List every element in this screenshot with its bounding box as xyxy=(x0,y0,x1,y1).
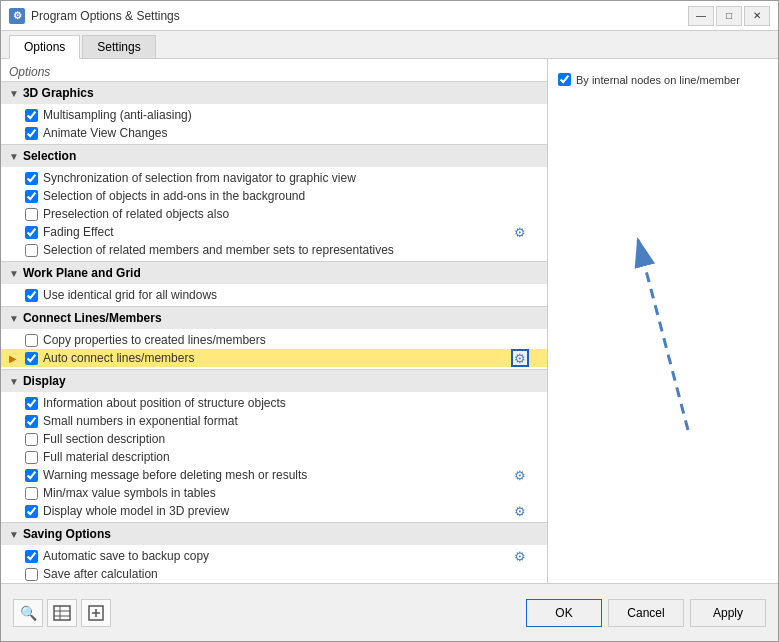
maximize-button[interactable]: □ xyxy=(716,6,742,26)
option-preselection: Preselection of related objects also xyxy=(1,205,547,223)
checkbox-small-numbers[interactable] xyxy=(25,415,38,428)
checkbox-selection-addons[interactable] xyxy=(25,190,38,203)
section-selection-title: Selection xyxy=(23,149,76,163)
checkbox-selection-members[interactable] xyxy=(25,244,38,257)
dashed-arrow-svg xyxy=(603,210,723,450)
label-animate-view: Animate View Changes xyxy=(43,126,168,140)
section-saving-arrow: ▼ xyxy=(9,529,19,540)
section-saving-title: Saving Options xyxy=(23,527,111,541)
checkbox-full-material[interactable] xyxy=(25,451,38,464)
section-saving[interactable]: ▼ Saving Options xyxy=(1,522,547,545)
option-warning-message: Warning message before deleting mesh or … xyxy=(1,466,547,484)
section-work-plane-items: Use identical grid for all windows xyxy=(1,284,547,306)
app-icon: ⚙ xyxy=(9,8,25,24)
option-save-after: Save after calculation xyxy=(1,565,547,583)
label-selection-addons: Selection of objects in add-ons in the b… xyxy=(43,189,305,203)
option-selection-addons: Selection of objects in add-ons in the b… xyxy=(1,187,547,205)
checkbox-sync-selection[interactable] xyxy=(25,172,38,185)
section-display-items: Information about position of structure … xyxy=(1,392,547,522)
svg-rect-1 xyxy=(54,606,70,620)
label-warning-message: Warning message before deleting mesh or … xyxy=(43,468,307,482)
option-small-numbers: Small numbers in exponential format xyxy=(1,412,547,430)
label-multisampling: Multisampling (anti-aliasing) xyxy=(43,108,192,122)
right-panel: By internal nodes on line/member xyxy=(548,59,778,583)
bottom-left-icons: 🔍 xyxy=(13,599,520,627)
apply-button[interactable]: Apply xyxy=(690,599,766,627)
option-multisampling: Multisampling (anti-aliasing) xyxy=(1,106,547,124)
cancel-button[interactable]: Cancel xyxy=(608,599,684,627)
export-icon xyxy=(87,605,105,621)
section-display[interactable]: ▼ Display xyxy=(1,369,547,392)
option-full-section: Full section description xyxy=(1,430,547,448)
label-auto-connect: Auto connect lines/members xyxy=(43,351,194,365)
label-fading-effect: Fading Effect xyxy=(43,225,114,239)
checkbox-display-whole-model[interactable] xyxy=(25,505,38,518)
section-selection-items: Synchronization of selection from naviga… xyxy=(1,167,547,261)
checkbox-preselection[interactable] xyxy=(25,208,38,221)
checkbox-fading-effect[interactable] xyxy=(25,226,38,239)
checkbox-minmax-symbols[interactable] xyxy=(25,487,38,500)
gear-auto-connect[interactable]: ⚙ xyxy=(511,349,529,367)
content-area: Options ▼ 3D Graphics Multisampling (ant… xyxy=(1,59,778,583)
ok-button[interactable]: OK xyxy=(526,599,602,627)
tab-bar: Options Settings xyxy=(1,31,778,59)
label-identical-grid: Use identical grid for all windows xyxy=(43,288,217,302)
tab-options[interactable]: Options xyxy=(9,35,80,59)
label-preselection: Preselection of related objects also xyxy=(43,207,229,221)
gear-fading-effect[interactable]: ⚙ xyxy=(511,223,529,241)
option-sync-selection: Synchronization of selection from naviga… xyxy=(1,169,547,187)
option-identical-grid: Use identical grid for all windows xyxy=(1,286,547,304)
arrow-line xyxy=(638,240,688,430)
option-animate-view: Animate View Changes xyxy=(1,124,547,142)
search-icon-button[interactable]: 🔍 xyxy=(13,599,43,627)
checkbox-auto-save[interactable] xyxy=(25,550,38,563)
option-minmax-symbols: Min/max value symbols in tables xyxy=(1,484,547,502)
window-title: Program Options & Settings xyxy=(31,9,688,23)
right-panel-top: By internal nodes on line/member xyxy=(558,73,740,86)
section-3d-graphics[interactable]: ▼ 3D Graphics xyxy=(1,81,547,104)
label-copy-properties: Copy properties to created lines/members xyxy=(43,333,266,347)
gear-display-whole-model[interactable]: ⚙ xyxy=(511,502,529,520)
option-selection-members: Selection of related members and member … xyxy=(1,241,547,259)
checkbox-warning-message[interactable] xyxy=(25,469,38,482)
play-arrow-icon: ▶ xyxy=(9,353,17,364)
gear-auto-save[interactable]: ⚙ xyxy=(511,547,529,565)
options-label: Options xyxy=(1,59,547,81)
gear-warning-message[interactable]: ⚙ xyxy=(511,466,529,484)
minimize-button[interactable]: — xyxy=(688,6,714,26)
option-copy-properties: Copy properties to created lines/members xyxy=(1,331,547,349)
checkbox-multisampling[interactable] xyxy=(25,109,38,122)
section-connect-lines[interactable]: ▼ Connect Lines/Members xyxy=(1,306,547,329)
section-display-arrow: ▼ xyxy=(9,376,19,387)
checkbox-info-position[interactable] xyxy=(25,397,38,410)
table-icon-button[interactable] xyxy=(47,599,77,627)
label-selection-members: Selection of related members and member … xyxy=(43,243,394,257)
checkbox-identical-grid[interactable] xyxy=(25,289,38,302)
label-save-after: Save after calculation xyxy=(43,567,158,581)
title-bar-buttons: — □ ✕ xyxy=(688,6,770,26)
checkbox-full-section[interactable] xyxy=(25,433,38,446)
arrow-diagram xyxy=(558,86,768,573)
label-minmax-symbols: Min/max value symbols in tables xyxy=(43,486,216,500)
checkbox-animate-view[interactable] xyxy=(25,127,38,140)
checkbox-internal-nodes[interactable] xyxy=(558,73,571,86)
section-selection-arrow: ▼ xyxy=(9,151,19,162)
checkbox-auto-connect[interactable] xyxy=(25,352,38,365)
option-auto-save: Automatic save to backup copy ⚙ xyxy=(1,547,547,565)
checkbox-save-after[interactable] xyxy=(25,568,38,581)
bottom-bar: 🔍 OK Cancel Apply xyxy=(1,583,778,641)
left-panel: Options ▼ 3D Graphics Multisampling (ant… xyxy=(1,59,548,583)
section-3d-title: 3D Graphics xyxy=(23,86,94,100)
section-selection[interactable]: ▼ Selection xyxy=(1,144,547,167)
tab-settings[interactable]: Settings xyxy=(82,35,155,58)
close-button[interactable]: ✕ xyxy=(744,6,770,26)
section-work-plane[interactable]: ▼ Work Plane and Grid xyxy=(1,261,547,284)
label-full-section: Full section description xyxy=(43,432,165,446)
label-sync-selection: Synchronization of selection from naviga… xyxy=(43,171,356,185)
label-internal-nodes: By internal nodes on line/member xyxy=(576,74,740,86)
checkbox-copy-properties[interactable] xyxy=(25,334,38,347)
export-icon-button[interactable] xyxy=(81,599,111,627)
scroll-container[interactable]: ▼ 3D Graphics Multisampling (anti-aliasi… xyxy=(1,81,547,583)
section-work-plane-arrow: ▼ xyxy=(9,268,19,279)
main-window: ⚙ Program Options & Settings — □ ✕ Optio… xyxy=(0,0,779,642)
